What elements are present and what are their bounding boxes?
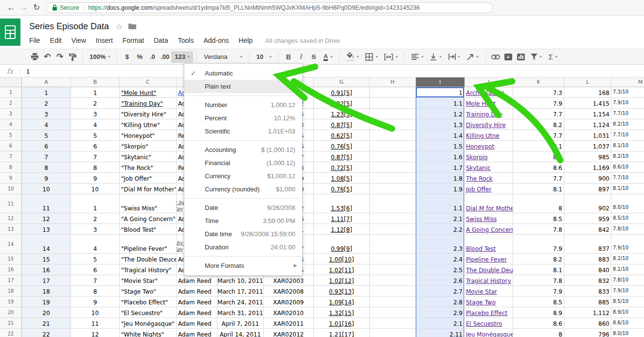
cell-G9[interactable]: 1.08[5] bbox=[314, 173, 370, 184]
cell-K12[interactable]: 8.5 bbox=[513, 213, 564, 224]
cell-B12[interactable]: 2 bbox=[71, 213, 120, 224]
cell-B19[interactable]: 9 bbox=[71, 297, 120, 307]
cell-I9[interactable]: 1.8 bbox=[416, 173, 465, 184]
cell-J21[interactable]: El Secuestro bbox=[465, 318, 513, 329]
text-wrap-button[interactable]: ▾ bbox=[445, 51, 464, 63]
cell-H10[interactable] bbox=[370, 184, 416, 194]
row-header-8[interactable]: 8 bbox=[0, 162, 22, 173]
cell-I1[interactable]: 1 bbox=[416, 87, 465, 98]
formula-bar[interactable]: fx 1 bbox=[0, 65, 644, 77]
cell-I3[interactable]: 1.2 bbox=[416, 109, 465, 119]
cell-K9[interactable]: 7.7 bbox=[513, 173, 564, 184]
cell-M4[interactable]: 8.2/10 bbox=[611, 119, 644, 130]
zoom-select[interactable]: 100%▾ bbox=[86, 51, 113, 63]
cell-C3[interactable]: "Diversity Hire" bbox=[120, 109, 177, 119]
cell-K13[interactable]: 7.8 bbox=[513, 224, 564, 235]
cell-G4[interactable]: 0.87[5] bbox=[314, 119, 370, 130]
format-option-number[interactable]: Number1,000.12 bbox=[184, 98, 302, 112]
row-header-21[interactable]: 21 bbox=[0, 318, 22, 329]
cell-I12[interactable]: 2.1 bbox=[416, 213, 465, 224]
cell-J10[interactable]: Job Offer bbox=[465, 184, 513, 194]
borders-button[interactable]: ▾ bbox=[362, 51, 381, 63]
cell-E22[interactable]: April 14, 2011 bbox=[217, 329, 264, 337]
cell-H11[interactable] bbox=[370, 194, 416, 213]
cell-H19[interactable] bbox=[370, 297, 416, 307]
increase-decimals-button[interactable]: .00 bbox=[159, 51, 171, 63]
col-header-A[interactable]: A bbox=[22, 77, 71, 87]
cell-K20[interactable]: 8.9 bbox=[513, 307, 564, 318]
cell-A10[interactable]: 10 bbox=[22, 184, 71, 194]
cell-L8[interactable]: 1,169 bbox=[564, 162, 611, 173]
address-bar[interactable]: Secure https://docs.google.com/spreadshe… bbox=[46, 2, 493, 13]
cell-A15[interactable]: 15 bbox=[22, 254, 71, 264]
print-icon[interactable] bbox=[28, 51, 41, 63]
cell-G11[interactable]: 1.53[6] bbox=[314, 194, 370, 213]
col-header-J[interactable]: J bbox=[465, 77, 513, 87]
format-option-date-time[interactable]: Date time9/26/2008 15:59:00 bbox=[184, 227, 302, 241]
cell-L22[interactable]: 796 bbox=[564, 329, 611, 337]
menu-help[interactable]: Help bbox=[239, 37, 253, 44]
cell-C4[interactable]: "Killing Utne" bbox=[120, 119, 177, 130]
cell-F19[interactable]: XAR02009 bbox=[264, 297, 314, 307]
cell-L7[interactable]: 985 bbox=[564, 151, 611, 162]
cell-J18[interactable]: Movie Star bbox=[465, 286, 513, 297]
row-header-18[interactable]: 18 bbox=[0, 286, 22, 297]
cell-I11[interactable]: 1.1 bbox=[416, 194, 465, 213]
cell-A17[interactable]: 17 bbox=[22, 275, 71, 286]
cell-E19[interactable]: March 24, 2011 bbox=[217, 297, 264, 307]
cell-J15[interactable]: Pipeline Fever bbox=[465, 254, 513, 264]
cell-A20[interactable]: 20 bbox=[22, 307, 71, 318]
cell-G18[interactable]: 0.93[13] bbox=[314, 286, 370, 297]
cell-H13[interactable] bbox=[370, 224, 416, 235]
back-icon[interactable]: ← bbox=[5, 3, 18, 13]
cell-C12[interactable]: "A Going Concern" bbox=[120, 213, 177, 224]
cell-D20[interactable]: Adam Reed bbox=[177, 307, 217, 318]
cell-M6[interactable]: 8.1/10 bbox=[611, 141, 644, 151]
cell-A3[interactable]: 3 bbox=[22, 109, 71, 119]
cell-L11[interactable]: 902 bbox=[564, 194, 611, 213]
cell-M14[interactable]: 7.9/10 bbox=[611, 235, 644, 254]
cell-M20[interactable]: 8.9/10 bbox=[611, 307, 644, 318]
cell-J16[interactable]: The Double Deuce bbox=[465, 264, 513, 275]
insert-chart-button[interactable] bbox=[515, 51, 527, 63]
cell-G20[interactable]: 1.32[15] bbox=[314, 307, 370, 318]
cell-M11[interactable]: 8.0/10 bbox=[611, 194, 644, 213]
row-header-4[interactable]: 4 bbox=[0, 119, 22, 130]
cell-L5[interactable]: 1,031 bbox=[564, 130, 611, 141]
cell-G13[interactable]: 1.12[8] bbox=[314, 224, 370, 235]
cell-K16[interactable]: 8.1 bbox=[513, 264, 564, 275]
row-header-17[interactable]: 17 bbox=[0, 275, 22, 286]
cell-B9[interactable]: 9 bbox=[71, 173, 120, 184]
cell-K7[interactable]: 8.2 bbox=[513, 151, 564, 162]
cell-L14[interactable]: 837 bbox=[564, 235, 611, 254]
cell-A8[interactable]: 8 bbox=[22, 162, 71, 173]
cell-K14[interactable]: 7.9 bbox=[513, 235, 564, 254]
vertical-align-button[interactable]: ▾ bbox=[427, 51, 445, 63]
cell-M18[interactable]: 7.9/10 bbox=[611, 286, 644, 297]
cell-G5[interactable]: 0.62[5] bbox=[314, 130, 370, 141]
cell-I17[interactable]: 2.6 bbox=[416, 275, 465, 286]
cell-C10[interactable]: "Dial M for Mother" bbox=[120, 184, 177, 194]
cell-G3[interactable]: 1.23[5] bbox=[314, 109, 370, 119]
strikethrough-button[interactable]: S bbox=[307, 51, 320, 63]
cell-M17[interactable]: 7.8/10 bbox=[611, 275, 644, 286]
cell-F17[interactable]: XAR02003 bbox=[264, 275, 314, 286]
cell-G2[interactable]: 1.82[5] bbox=[314, 98, 370, 109]
font-size-select[interactable]: 10▾ bbox=[253, 51, 275, 63]
cell-A6[interactable]: 6 bbox=[22, 141, 71, 151]
cell-D19[interactable]: Adam Reed bbox=[177, 297, 217, 307]
format-option-automatic[interactable]: ✓Automatic bbox=[184, 67, 302, 80]
cell-M7[interactable]: 8.2/10 bbox=[611, 151, 644, 162]
row-header-6[interactable]: 6 bbox=[0, 141, 22, 151]
cell-L19[interactable]: 885 bbox=[564, 297, 611, 307]
menu-add-ons[interactable]: Add-ons bbox=[203, 37, 229, 44]
cell-L20[interactable]: 1,112 bbox=[564, 307, 611, 318]
document-title[interactable]: Series Episode Data bbox=[29, 21, 109, 32]
cell-I22[interactable]: 2.11 bbox=[416, 329, 465, 337]
cell-L15[interactable]: 883 bbox=[564, 254, 611, 264]
cell-J13[interactable]: A Going Concern bbox=[465, 224, 513, 235]
format-option-currency[interactable]: Currency$1,000.12 bbox=[184, 169, 302, 183]
cell-C21[interactable]: "Jeu Monégasque" bbox=[120, 318, 177, 329]
row-header-15[interactable]: 15 bbox=[0, 254, 22, 264]
menu-view[interactable]: View bbox=[72, 37, 86, 44]
